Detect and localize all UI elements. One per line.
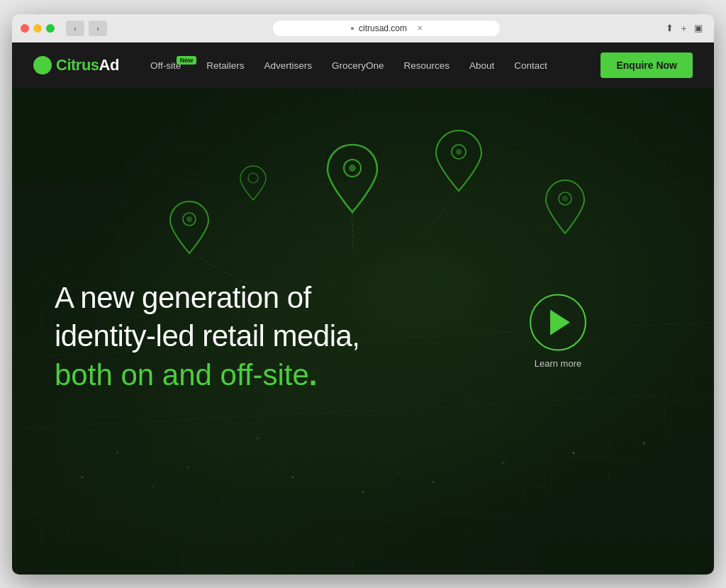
svg-line-11 <box>423 191 459 237</box>
nav-item-about[interactable]: About <box>461 55 503 77</box>
logo-circle-icon <box>33 56 52 74</box>
website: CitrusAd Off-site New Retailers Advertis… <box>12 43 714 575</box>
minimize-button[interactable] <box>33 24 42 33</box>
hero-dot: . <box>309 358 318 392</box>
logo-ad: Ad <box>99 56 119 74</box>
nav-links: Off-site New Retailers Advertisers Groce… <box>142 52 693 78</box>
svg-line-13 <box>12 393 714 428</box>
address-bar-wrap: ● citrusad.com ✕ <box>113 21 660 36</box>
nav-item-retailers[interactable]: Retailers <box>198 55 252 77</box>
svg-point-5 <box>456 149 462 155</box>
browser-actions: ⬆ ＋ ▣ <box>666 22 703 35</box>
logo[interactable]: CitrusAd <box>33 56 119 74</box>
navbar: CitrusAd Off-site New Retailers Advertis… <box>12 43 714 88</box>
hero-section: A new generation of identity-led retail … <box>12 88 714 575</box>
lock-icon: ● <box>350 24 354 32</box>
browser-window: ‹ › ● citrusad.com ✕ ⬆ ＋ ▣ CitrusAd <box>12 14 714 575</box>
play-button[interactable] <box>530 294 586 351</box>
hero-heading-line2: identity-led retail media, <box>55 319 360 355</box>
forward-button[interactable]: › <box>89 21 107 36</box>
address-bar[interactable]: ● citrusad.com ✕ <box>273 21 500 36</box>
share-icon[interactable]: ⬆ <box>666 23 674 33</box>
back-button[interactable]: ‹ <box>66 21 84 36</box>
play-label: Learn more <box>535 358 581 369</box>
hero-heading-green: both on and off-site. <box>55 357 360 393</box>
enquire-now-button[interactable]: Enquire Now <box>601 52 693 78</box>
nav-badge-new: New <box>177 56 197 65</box>
nav-item-offsite[interactable]: Off-site New <box>142 55 195 77</box>
svg-point-1 <box>349 165 356 172</box>
nav-item-advertisers[interactable]: Advertisers <box>255 55 320 77</box>
nav-item-resources[interactable]: Resources <box>396 55 459 77</box>
nav-item-groceryone[interactable]: GroceryOne <box>323 55 393 77</box>
hero-heading-line1: A new generation of <box>55 280 360 316</box>
play-icon <box>550 310 570 335</box>
hero-content: A new generation of identity-led retail … <box>55 280 360 393</box>
hero-green-text: both on and off-site <box>55 358 309 392</box>
logo-citrus: Citrus <box>56 56 99 74</box>
close-tab-icon[interactable]: ✕ <box>417 24 423 32</box>
browser-titlebar: ‹ › ● citrusad.com ✕ ⬆ ＋ ▣ <box>12 14 714 43</box>
new-tab-icon[interactable]: ＋ <box>679 22 688 35</box>
traffic-lights <box>21 24 55 33</box>
maximize-button[interactable] <box>46 24 55 33</box>
nav-item-contact[interactable]: Contact <box>506 55 556 77</box>
browser-controls: ‹ › <box>66 21 107 36</box>
duplicate-icon[interactable]: ▣ <box>694 23 703 33</box>
svg-point-8 <box>248 173 258 183</box>
url-text: citrusad.com <box>359 23 407 33</box>
logo-text: CitrusAd <box>56 56 119 74</box>
svg-point-3 <box>186 216 192 222</box>
svg-point-7 <box>562 196 568 201</box>
play-button-wrap[interactable]: Learn more <box>530 294 586 369</box>
close-button[interactable] <box>21 24 29 33</box>
